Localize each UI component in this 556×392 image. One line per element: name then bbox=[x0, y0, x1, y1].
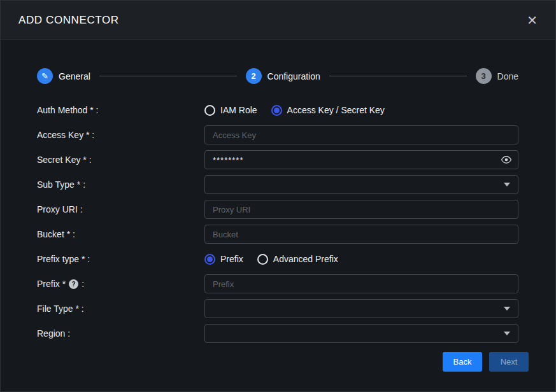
step-label-general: General bbox=[59, 71, 90, 81]
chevron-down-icon bbox=[504, 332, 510, 335]
secret-key-label: Secret Key * : bbox=[37, 155, 204, 165]
next-button[interactable]: Next bbox=[489, 352, 529, 372]
stepper-connector bbox=[329, 76, 467, 76]
radio-advanced-prefix[interactable]: Advanced Prefix bbox=[257, 254, 338, 265]
proxy-uri-input[interactable] bbox=[204, 200, 518, 219]
radio-access-key-secret-key[interactable]: Access Key / Secret Key bbox=[271, 105, 385, 116]
proxy-uri-label: Proxy URI : bbox=[37, 204, 204, 214]
bucket-input[interactable] bbox=[204, 225, 518, 244]
back-button[interactable]: Back bbox=[443, 352, 482, 372]
dialog-body: ✎ General 2 Configuration 3 Done Auth Me… bbox=[1, 40, 555, 372]
access-key-row: Access Key * : bbox=[37, 125, 518, 144]
radio-label-advanced-prefix: Advanced Prefix bbox=[273, 254, 338, 264]
secret-key-input[interactable] bbox=[204, 150, 518, 169]
radio-circle-icon bbox=[204, 254, 215, 265]
prefix-label-text: Prefix * bbox=[37, 279, 66, 289]
sub-type-label: Sub Type * : bbox=[37, 179, 204, 190]
radio-label-access-key: Access Key / Secret Key bbox=[287, 105, 385, 115]
bucket-label: Bucket * : bbox=[37, 229, 204, 239]
region-label: Region : bbox=[37, 328, 204, 339]
eye-icon[interactable] bbox=[501, 156, 512, 164]
radio-circle-icon bbox=[271, 105, 282, 116]
auth-method-label: Auth Method * : bbox=[37, 105, 204, 115]
chevron-down-icon bbox=[504, 183, 510, 186]
sub-type-dropdown[interactable] bbox=[204, 175, 518, 194]
file-type-row: File Type * : bbox=[37, 299, 518, 318]
step-general[interactable]: ✎ General bbox=[37, 68, 90, 84]
radio-circle-icon bbox=[204, 105, 215, 116]
secret-key-row: Secret Key * : bbox=[37, 150, 518, 169]
prefix-type-radio-group: Prefix Advanced Prefix bbox=[204, 254, 518, 265]
radio-iam-role[interactable]: IAM Role bbox=[204, 105, 257, 116]
sub-type-row: Sub Type * : bbox=[37, 175, 518, 194]
prefix-row: Prefix * ? : bbox=[37, 274, 518, 293]
footer-actions: Back Next bbox=[37, 352, 529, 372]
dialog-title: ADD CONNECTOR bbox=[18, 14, 119, 27]
stepper-connector bbox=[99, 76, 237, 76]
file-type-label: File Type * : bbox=[37, 304, 204, 314]
prefix-type-row: Prefix type * : Prefix Advanced Prefix bbox=[37, 249, 518, 269]
step-configuration[interactable]: 2 Configuration bbox=[246, 68, 320, 84]
chevron-down-icon bbox=[504, 307, 510, 311]
stepper: ✎ General 2 Configuration 3 Done bbox=[37, 68, 518, 84]
dialog-header: ADD CONNECTOR ✕ bbox=[1, 1, 555, 40]
radio-prefix[interactable]: Prefix bbox=[204, 254, 243, 265]
file-type-dropdown[interactable] bbox=[204, 299, 518, 318]
close-icon[interactable]: ✕ bbox=[527, 14, 538, 27]
help-icon[interactable]: ? bbox=[69, 279, 78, 289]
step-label-configuration: Configuration bbox=[267, 71, 320, 81]
radio-label-iam-role: IAM Role bbox=[220, 105, 257, 115]
region-dropdown[interactable] bbox=[204, 324, 518, 343]
proxy-uri-row: Proxy URI : bbox=[37, 200, 518, 219]
add-connector-dialog: ADD CONNECTOR ✕ ✎ General 2 Configuratio… bbox=[0, 0, 556, 392]
prefix-label: Prefix * ? : bbox=[37, 279, 204, 289]
access-key-label: Access Key * : bbox=[37, 130, 204, 140]
step-label-done: Done bbox=[497, 71, 518, 81]
region-row: Region : bbox=[37, 324, 518, 343]
prefix-input[interactable] bbox=[204, 274, 518, 293]
auth-method-row: Auth Method * : IAM Role Access Key / Se… bbox=[37, 101, 518, 120]
secret-key-wrap bbox=[204, 150, 518, 169]
step-number-3: 3 bbox=[476, 68, 492, 84]
access-key-input[interactable] bbox=[204, 125, 518, 144]
prefix-label-colon: : bbox=[82, 279, 84, 289]
prefix-type-label: Prefix type * : bbox=[37, 254, 204, 264]
pencil-icon: ✎ bbox=[37, 68, 53, 84]
auth-method-radio-group: IAM Role Access Key / Secret Key bbox=[204, 105, 518, 116]
step-done[interactable]: 3 Done bbox=[476, 68, 518, 84]
radio-label-prefix: Prefix bbox=[220, 254, 243, 264]
radio-circle-icon bbox=[257, 254, 268, 265]
step-number-2: 2 bbox=[246, 68, 262, 84]
bucket-row: Bucket * : bbox=[37, 225, 518, 244]
